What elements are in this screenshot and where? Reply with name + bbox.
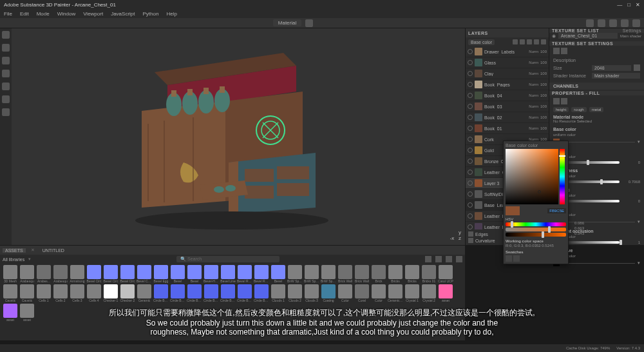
slider-value[interactable]: 0.7068 bbox=[622, 180, 640, 184]
layer-row[interactable]: Glass Norm 100 bbox=[466, 57, 549, 68]
visibility-toggle-icon[interactable] bbox=[468, 213, 473, 219]
visibility-toggle-icon[interactable] bbox=[468, 137, 473, 142]
asset-item[interactable]: Circle Burn bbox=[254, 284, 269, 302]
tss-thumb-icon[interactable] bbox=[561, 48, 567, 54]
layer-opacity[interactable]: 100 bbox=[540, 72, 547, 75]
asset-search-input[interactable]: 🔍 Search bbox=[176, 256, 279, 262]
visibility-toggle-icon[interactable] bbox=[468, 93, 473, 98]
asset-item[interactable]: Circle Burn bbox=[187, 284, 202, 302]
asset-item[interactable]: Circle Burn bbox=[204, 284, 219, 302]
asset-item[interactable]: Clouds 1 bbox=[270, 284, 286, 302]
viewport-axis-gizmo[interactable]: y -x z bbox=[450, 230, 461, 241]
layer-row[interactable]: Book_Pages Norm 100 bbox=[466, 79, 549, 90]
asset-item[interactable]: Checker 1 bbox=[103, 284, 118, 302]
maximize-icon[interactable]: □ bbox=[627, 2, 630, 8]
asset-item[interactable]: Coating bbox=[321, 284, 336, 302]
asset-item[interactable]: Bevel-Heart bbox=[204, 265, 219, 283]
menu-python[interactable]: Python bbox=[143, 11, 159, 17]
visibility-toggle-icon[interactable] bbox=[468, 71, 473, 76]
asset-item[interactable]: Bevel Egg bbox=[153, 265, 169, 283]
library-dropdown[interactable]: All libraries bbox=[3, 257, 24, 262]
asset-item[interactable]: Bevel bbox=[187, 265, 202, 283]
shader-dropdown[interactable]: Main shader bbox=[592, 73, 640, 79]
current-color-swatch[interactable] bbox=[506, 206, 520, 215]
filter-icon[interactable] bbox=[425, 256, 431, 262]
toolbar-icon[interactable] bbox=[305, 19, 313, 27]
add-effect-icon[interactable] bbox=[534, 39, 539, 44]
asset-item[interactable]: asset bbox=[3, 304, 18, 322]
asset-item[interactable]: Checker 2 bbox=[120, 284, 135, 302]
channel-dropdown[interactable]: Base color bbox=[468, 39, 495, 45]
slider-value[interactable]: 0 bbox=[622, 199, 640, 203]
asset-item[interactable]: Arabes... bbox=[36, 265, 52, 283]
satval-picker[interactable] bbox=[506, 149, 558, 204]
asset-item[interactable]: Crystal 1 bbox=[404, 284, 420, 302]
hue-cursor[interactable] bbox=[559, 155, 565, 157]
clone-tool-icon[interactable] bbox=[2, 95, 10, 103]
asset-item[interactable]: BnW Spots 1 bbox=[287, 265, 303, 283]
layer-opacity[interactable]: 100 bbox=[540, 50, 547, 54]
camera-icon[interactable] bbox=[609, 19, 617, 27]
layer-row[interactable]: Book_01 Norm 100 bbox=[466, 123, 549, 134]
blend-mode[interactable]: Norm bbox=[529, 50, 538, 54]
asset-item[interactable]: Brick bbox=[371, 265, 386, 283]
visibility-toggle-icon[interactable] bbox=[468, 104, 473, 109]
asset-item[interactable]: Cells 3 bbox=[70, 284, 85, 302]
asset-item[interactable]: Caustic bbox=[3, 284, 18, 302]
tab-untitled[interactable]: UNTITLED bbox=[40, 248, 67, 253]
layer-row[interactable]: Book_04 Norm 100 bbox=[466, 90, 549, 101]
asset-item[interactable]: Bricks bbox=[404, 265, 420, 283]
props-tab-rough[interactable]: rough bbox=[571, 107, 586, 112]
layer-row[interactable]: Book_02 Norm 100 bbox=[466, 112, 549, 123]
minimize-icon[interactable]: — bbox=[617, 2, 622, 8]
asset-item[interactable]: Color bbox=[337, 284, 353, 302]
asset-item[interactable]: Ceramic bbox=[137, 284, 152, 302]
projection-tool-icon[interactable] bbox=[2, 57, 10, 64]
layer-row[interactable]: Book_03 Norm 100 bbox=[466, 101, 549, 112]
visibility-toggle-icon[interactable] bbox=[468, 170, 473, 175]
symmetry-icon[interactable] bbox=[586, 19, 594, 27]
asset-item[interactable]: Circle Burn bbox=[170, 284, 185, 302]
menu-help[interactable]: Help bbox=[166, 11, 176, 17]
asset-item[interactable]: Crystal 2 bbox=[421, 284, 437, 302]
asset-item[interactable]: Bevel bbox=[270, 265, 286, 283]
menu-edit[interactable]: Edit bbox=[20, 11, 29, 17]
layer-opacity[interactable]: 100 bbox=[540, 126, 547, 130]
slider-value[interactable]: 1 bbox=[622, 240, 640, 244]
slider-value[interactable]: 0 bbox=[622, 161, 640, 164]
asset-item[interactable]: Carol UCP bbox=[438, 265, 453, 283]
visibility-toggle-icon[interactable] bbox=[468, 202, 473, 208]
blend-mode[interactable]: Norm bbox=[529, 83, 538, 86]
lock-icon[interactable] bbox=[634, 64, 640, 71]
visibility-toggle-icon[interactable] bbox=[468, 224, 473, 230]
hue-slider[interactable] bbox=[560, 149, 565, 204]
props-tab-metal[interactable]: metal bbox=[589, 107, 604, 112]
hex-input[interactable]: FB9C5E bbox=[547, 208, 566, 213]
asset-item[interactable]: Armstrong bbox=[70, 265, 85, 283]
sat-slider[interactable]: 0.663 bbox=[506, 228, 566, 231]
satval-cursor[interactable] bbox=[538, 190, 541, 193]
asset-item[interactable]: asset bbox=[438, 284, 453, 302]
asset-item[interactable]: asset bbox=[19, 304, 35, 322]
asset-item[interactable]: Brick Wall bbox=[354, 265, 370, 283]
tss-thumb-icon[interactable] bbox=[553, 48, 560, 54]
sort-icon[interactable] bbox=[435, 256, 442, 262]
visibility-toggle-icon[interactable] bbox=[468, 115, 473, 120]
asset-item[interactable]: BnW Spots 3 bbox=[321, 265, 336, 283]
asset-item[interactable]: Arabesqu bbox=[19, 265, 35, 283]
asset-item[interactable]: Bricks 01 bbox=[421, 265, 437, 283]
hue-slider-h[interactable]: 0.086 bbox=[506, 222, 566, 226]
lighting-icon[interactable] bbox=[621, 19, 629, 27]
asset-item[interactable]: Color bbox=[371, 284, 386, 302]
picker-tool-icon[interactable] bbox=[2, 108, 10, 116]
visibility-toggle-icon[interactable] bbox=[468, 60, 473, 65]
asset-item[interactable]: Brick Wall bbox=[337, 265, 353, 283]
asset-item[interactable]: Cells 2 bbox=[53, 284, 68, 302]
asset-item[interactable]: Caustic bbox=[19, 284, 35, 302]
asset-item[interactable]: Circle Burn bbox=[237, 284, 252, 302]
eraser-tool-icon[interactable] bbox=[2, 44, 10, 52]
layer-opacity[interactable]: 100 bbox=[540, 61, 547, 64]
asset-item[interactable]: BnW Spots 2 bbox=[304, 265, 319, 283]
add-mask-icon[interactable] bbox=[520, 39, 525, 44]
3d-viewport[interactable]: y -x z bbox=[12, 28, 465, 245]
